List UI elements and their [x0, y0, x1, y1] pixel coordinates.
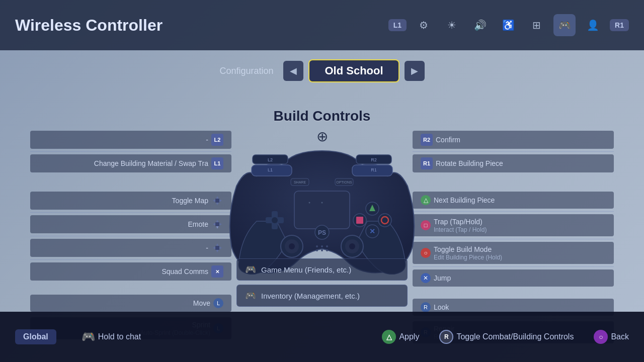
l1-badge: L1	[388, 19, 407, 31]
svg-text:✕: ✕	[369, 227, 375, 235]
toggle-item[interactable]: R Toggle Combat/Building Controls	[439, 330, 574, 344]
svg-point-50	[321, 245, 323, 247]
svg-text:L1: L1	[268, 167, 273, 172]
minus-label: -	[206, 244, 208, 252]
l1-row: Change Building Material / Swap Tra L1	[30, 154, 231, 172]
l1-label: Change Building Material / Swap Tra	[94, 159, 208, 167]
rotate-label: Rotate Building Piece	[436, 159, 503, 167]
squad-comms-row: Squad Comms ✕	[30, 262, 231, 281]
config-label: Configuration	[219, 66, 273, 76]
share-icon: 🎮	[245, 264, 256, 275]
move-row: Move L	[30, 295, 231, 312]
config-prev-button[interactable]: ◀	[283, 61, 303, 81]
svg-point-35	[289, 243, 295, 249]
config-next-button[interactable]: ▶	[405, 61, 425, 81]
back-item[interactable]: ○ Back	[594, 330, 629, 344]
nav-icon-controller[interactable]: 🎮	[553, 14, 576, 36]
svg-point-43	[378, 214, 391, 227]
build-title: Build Controls	[0, 108, 644, 124]
svg-point-24	[309, 202, 310, 204]
toggle-circle-icon: R	[439, 330, 453, 344]
next-building-label: Next Building Piece	[434, 196, 495, 204]
rotate-row: R1 Rotate Building Piece	[413, 154, 614, 172]
inventory-label: Inventory (Management, etc.)	[261, 292, 360, 300]
nav-icon-account[interactable]: 👤	[582, 14, 604, 36]
toggle-build-row: ○ Toggle Build Mode Edit Building Piece …	[413, 242, 614, 264]
trap-sublabel: Interact (Tap / Hold)	[434, 226, 487, 233]
svg-point-38	[349, 243, 355, 249]
left-labels: - L2 Change Building Material / Swap Tra…	[30, 131, 231, 339]
svg-point-32	[272, 217, 278, 223]
lstick-badge: L	[213, 298, 223, 308]
next-building-row: △ Next Building Piece	[413, 192, 614, 209]
toggle-build-sublabel: Edit Building Piece (Hold)	[434, 254, 502, 261]
chat-icon: 🎮	[82, 330, 95, 343]
svg-text:L2: L2	[268, 157, 273, 162]
nav-icon-settings[interactable]: ⚙	[413, 14, 435, 36]
svg-point-52	[316, 249, 318, 251]
svg-text:R2: R2	[371, 157, 377, 162]
top-bar: Wireless Controller L1 ⚙ ☀ 🔊 ♿ ⊞ 🎮 👤 R1	[0, 0, 644, 50]
svg-point-49	[316, 245, 318, 247]
footer-actions: △ Apply R Toggle Combat/Building Control…	[372, 330, 629, 344]
global-badge: Global	[15, 329, 56, 344]
center-bottom-buttons: 🎮 Game Menu (Friends, etc.) 🎮 Inventory …	[236, 258, 408, 307]
apply-label: Apply	[399, 332, 419, 341]
confirm-row: R2 Confirm	[413, 131, 614, 149]
emote-label: Emote	[188, 220, 208, 228]
nav-icons: L1 ⚙ ☀ 🔊 ♿ ⊞ 🎮 👤 R1	[388, 14, 629, 36]
rstick-badge: R	[421, 302, 431, 312]
apply-triangle-icon: △	[382, 330, 396, 344]
svg-point-54	[326, 249, 328, 251]
svg-point-53	[321, 249, 323, 251]
options-icon: 🎮	[245, 290, 256, 301]
bottom-bar: Global 🎮 Hold to chat △ Apply R Toggle C…	[0, 312, 644, 362]
minus-row: -	[30, 239, 231, 257]
config-row: Configuration ◀ Old School ▶	[0, 50, 644, 87]
controller-area: - L2 Change Building Material / Swap Tra…	[0, 131, 644, 312]
toggle-label: Toggle Combat/Building Controls	[456, 332, 574, 341]
svg-rect-42	[356, 217, 363, 224]
toggle-map-label: Toggle Map	[172, 197, 208, 205]
squad-comms-label: Squad Comms	[162, 267, 208, 276]
toggle-build-label: Toggle Build Mode	[434, 245, 492, 253]
svg-point-51	[326, 245, 328, 247]
svg-rect-23	[294, 191, 350, 229]
svg-point-25	[321, 202, 323, 204]
move-label: Move	[193, 299, 210, 307]
trap-row: □ Trap (Tap/Hold) Interact (Tap / Hold)	[413, 214, 614, 236]
nav-icon-accessibility[interactable]: ♿	[497, 14, 519, 36]
l2-label: -	[206, 136, 208, 144]
game-menu-label: Game Menu (Friends, etc.)	[261, 265, 351, 274]
back-circle-icon: ○	[594, 330, 608, 344]
hold-to-chat-label: Hold to chat	[98, 332, 141, 341]
svg-text:R1: R1	[371, 167, 377, 172]
emote-row: Emote	[30, 215, 231, 233]
config-current: Old School	[308, 59, 399, 82]
apply-item[interactable]: △ Apply	[382, 330, 419, 344]
svg-text:OPTIONS: OPTIONS	[336, 180, 352, 184]
svg-text:SHARE: SHARE	[294, 180, 306, 184]
jump-label: Jump	[434, 274, 451, 282]
svg-text:PS: PS	[318, 229, 326, 236]
page-title: Wireless Controller	[15, 16, 378, 35]
look-label: Look	[434, 303, 449, 311]
back-label: Back	[611, 332, 629, 341]
confirm-label: Confirm	[436, 136, 460, 144]
r1-badge: R1	[610, 19, 629, 31]
trap-label: Trap (Tap/Hold)	[434, 218, 482, 226]
jump-row: ✕ Jump	[413, 269, 614, 287]
hold-to-chat-item: 🎮 Hold to chat	[82, 330, 141, 343]
inventory-row: 🎮 Inventory (Management, etc.)	[236, 285, 408, 307]
l2-row: - L2	[30, 131, 231, 149]
toggle-map-row: Toggle Map	[30, 192, 231, 210]
nav-icon-brightness[interactable]: ☀	[441, 14, 463, 36]
nav-icon-system[interactable]: ⊞	[525, 14, 547, 36]
nav-icon-audio[interactable]: 🔊	[469, 14, 491, 36]
game-menu-row: 🎮 Game Menu (Friends, etc.)	[236, 258, 408, 281]
